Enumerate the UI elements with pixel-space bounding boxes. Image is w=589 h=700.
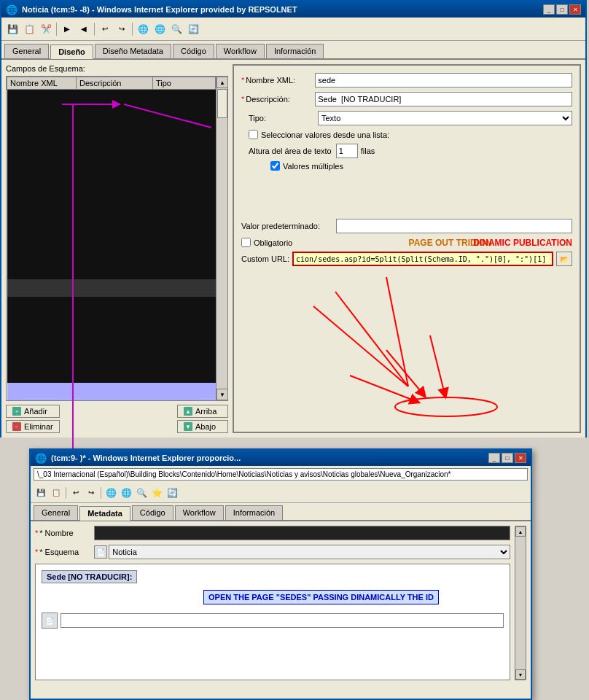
obligatorio-checkbox[interactable] bbox=[241, 238, 251, 247]
left-actions: + Añadir − Eliminar bbox=[6, 405, 60, 433]
sw-tab-metadata[interactable]: Metadata bbox=[79, 506, 130, 521]
table-row[interactable] bbox=[7, 106, 216, 124]
table-row[interactable] bbox=[7, 210, 216, 228]
table-row[interactable] bbox=[7, 331, 216, 349]
maximize-button[interactable]: □ bbox=[556, 4, 568, 15]
close-button[interactable]: ✕ bbox=[569, 4, 581, 15]
meta-input[interactable] bbox=[61, 613, 504, 628]
tipo-label: Tipo: bbox=[249, 114, 318, 122]
sw-nombre-value bbox=[94, 526, 510, 540]
custom-url-row: Custom URL: 📂 bbox=[241, 252, 572, 266]
sw-esquema-row: * * Esquema 📄 Noticia bbox=[35, 545, 510, 559]
sw-form-area: * * Nombre * * Esquema 📄 Noticia bbox=[35, 526, 510, 680]
second-ie-icon: 🌐 bbox=[35, 453, 47, 464]
sw-toolbar-4[interactable]: ↪ bbox=[84, 486, 98, 500]
second-maximize-button[interactable]: □ bbox=[502, 453, 513, 463]
remove-button[interactable]: − Eliminar bbox=[6, 420, 60, 433]
minimize-button[interactable]: _ bbox=[543, 4, 555, 15]
meta-icon: 📄 bbox=[42, 612, 58, 629]
scroll-thumb[interactable] bbox=[217, 89, 227, 118]
sw-esquema-container: 📄 Noticia bbox=[94, 545, 510, 559]
toolbar-btn-4[interactable]: ▶ bbox=[59, 21, 75, 37]
sw-toolbar-5[interactable]: 🌐 bbox=[104, 486, 118, 500]
sw-toolbar-7[interactable]: 🔍 bbox=[134, 486, 149, 500]
descripcion-input[interactable] bbox=[315, 92, 572, 106]
table-row[interactable] bbox=[7, 383, 216, 400]
sw-tab-workflow[interactable]: Workflow bbox=[175, 505, 224, 520]
table-row[interactable] bbox=[7, 279, 216, 297]
tab-general[interactable]: General bbox=[4, 44, 49, 58]
toolbar-btn-globe2[interactable]: 🌐 bbox=[152, 21, 168, 37]
second-tabs: General Metadata Código Workflow Informa… bbox=[31, 503, 531, 521]
select-list-checkbox[interactable] bbox=[249, 130, 258, 139]
sw-toolbar-8[interactable]: ⭐ bbox=[149, 486, 164, 500]
second-close-button[interactable]: ✕ bbox=[515, 453, 526, 463]
metadata-area: Sede [NO TRADUCIR]: OPEN THE PAGE "SEDES… bbox=[35, 564, 510, 680]
altura-input[interactable] bbox=[336, 144, 358, 158]
second-minimize-button[interactable]: _ bbox=[488, 453, 500, 463]
table-row[interactable] bbox=[7, 176, 216, 193]
sw-scroll-up[interactable]: ▲ bbox=[515, 526, 526, 537]
table-row[interactable] bbox=[7, 297, 216, 314]
valor-pred-label: Valor predeterminado: bbox=[241, 222, 336, 230]
table-row[interactable] bbox=[7, 245, 216, 262]
toolbar-btn-3[interactable]: ✂️ bbox=[38, 21, 54, 37]
toolbar-btn-refresh[interactable]: 🔄 bbox=[185, 21, 201, 37]
nombre-xml-input[interactable] bbox=[315, 73, 572, 88]
toolbar-btn-globe1[interactable]: 🌐 bbox=[135, 21, 151, 37]
second-content: * * Nombre * * Esquema 📄 Noticia bbox=[31, 521, 531, 685]
sw-tab-informacion[interactable]: Información bbox=[225, 505, 283, 520]
table-row[interactable] bbox=[7, 349, 216, 366]
table-actions: + Añadir − Eliminar ▲ Arriba bbox=[6, 405, 228, 433]
col-tipo: Tipo bbox=[153, 77, 216, 90]
scroll-up-button[interactable]: ▲ bbox=[217, 77, 228, 88]
tab-diseno[interactable]: Diseño bbox=[50, 44, 93, 59]
table-row[interactable] bbox=[7, 366, 216, 384]
col-descripcion: Descripción bbox=[77, 77, 153, 90]
tab-codigo[interactable]: Código bbox=[173, 44, 214, 58]
tab-diseno-metadata[interactable]: Diseño Metadata bbox=[95, 44, 171, 58]
table-row[interactable] bbox=[7, 90, 216, 107]
toolbar-btn-7[interactable]: ↪ bbox=[114, 21, 130, 37]
main-window: 🌐 Noticia (tcm:9- -8) - Windows Internet… bbox=[0, 0, 589, 700]
table-row[interactable] bbox=[7, 228, 216, 245]
sw-tab-codigo[interactable]: Código bbox=[132, 505, 173, 520]
main-tabs: General Diseño Diseño Metadata Código Wo… bbox=[1, 41, 585, 60]
table-row[interactable] bbox=[7, 158, 216, 176]
sw-esquema-select[interactable]: Noticia bbox=[109, 545, 510, 559]
toolbar-btn-1[interactable]: 💾 bbox=[4, 21, 20, 37]
up-button[interactable]: ▲ Arriba bbox=[177, 405, 228, 418]
sw-toolbar-3[interactable]: ↩ bbox=[69, 486, 83, 500]
toolbar-separator-2 bbox=[94, 23, 95, 36]
sw-tab-general[interactable]: General bbox=[34, 505, 78, 520]
sw-toolbar-2[interactable]: 📋 bbox=[49, 486, 63, 500]
toolbar-btn-2[interactable]: 📋 bbox=[21, 21, 37, 37]
table-row[interactable] bbox=[7, 193, 216, 211]
tab-workflow[interactable]: Workflow bbox=[216, 44, 265, 58]
table-row[interactable] bbox=[7, 141, 216, 159]
down-button[interactable]: ▼ Abajo bbox=[177, 420, 228, 433]
path-bar: \_03 Internacional (Español)\Building Bl… bbox=[34, 468, 528, 481]
valores-multiples-checkbox[interactable] bbox=[270, 161, 280, 171]
toolbar-btn-5[interactable]: ◀ bbox=[76, 21, 92, 37]
url-browse-button[interactable]: 📂 bbox=[556, 252, 572, 266]
custom-url-input[interactable] bbox=[292, 252, 553, 266]
valor-pred-input[interactable] bbox=[336, 219, 572, 233]
toolbar-btn-6[interactable]: ↩ bbox=[97, 21, 113, 37]
tipo-row: Tipo: Texto bbox=[241, 111, 572, 125]
tipo-select[interactable]: Texto bbox=[318, 111, 572, 125]
valores-multiples-label: Valores múltiples bbox=[283, 162, 343, 171]
scroll-down-button[interactable]: ▼ bbox=[217, 389, 228, 400]
table-row[interactable] bbox=[7, 314, 216, 331]
dinamic-publication-label: DINAMIC PUBLICATION bbox=[473, 238, 572, 248]
add-button[interactable]: + Añadir bbox=[6, 405, 60, 418]
sw-toolbar-6[interactable]: 🌐 bbox=[119, 486, 133, 500]
sw-toolbar-9[interactable]: 🔄 bbox=[165, 486, 179, 500]
sw-scroll-down[interactable]: ▼ bbox=[515, 669, 526, 680]
sw-toolbar-1[interactable]: 💾 bbox=[34, 486, 48, 500]
tab-informacion[interactable]: Información bbox=[266, 44, 324, 58]
toolbar-btn-search[interactable]: 🔍 bbox=[168, 21, 184, 37]
table-row[interactable] bbox=[7, 262, 216, 279]
table-row[interactable] bbox=[7, 124, 216, 141]
add-icon: + bbox=[12, 407, 21, 416]
